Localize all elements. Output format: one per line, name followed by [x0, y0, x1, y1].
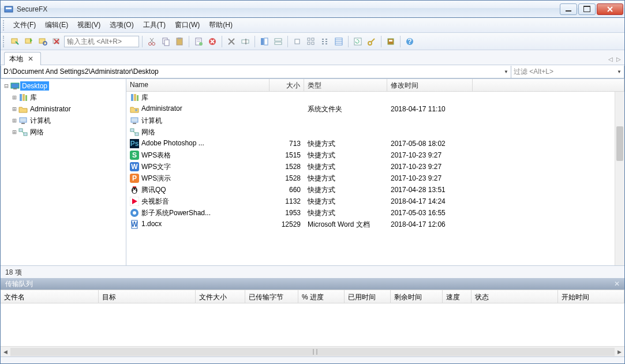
- queue-header: 文件名 目标 文件大小 已传输字节 % 进度 已用时间 剩余时间 速度 状态 开…: [1, 290, 624, 303]
- minimize-button[interactable]: [560, 3, 577, 15]
- close-button[interactable]: [597, 3, 623, 15]
- host-input[interactable]: [64, 36, 139, 47]
- folder-tree[interactable]: ⊟ Desktop ⊞ 库 ⊞ Administrator ⊞ 计算机 ⊞ 网络: [1, 79, 126, 265]
- qcol-target[interactable]: 目标: [99, 290, 196, 303]
- tree-label: 库: [28, 92, 39, 103]
- qcol-remaining[interactable]: 剩余时间: [391, 290, 443, 303]
- view-list-button[interactable]: [319, 35, 331, 48]
- expand-icon[interactable]: ⊞: [11, 128, 18, 136]
- file-row[interactable]: 计算机: [126, 115, 624, 126]
- file-row[interactable]: 腾讯QQ660快捷方式2017-04-28 13:51: [126, 184, 624, 196]
- maximize-button[interactable]: [578, 3, 596, 15]
- tree-node-network[interactable]: ⊞ 网络: [2, 126, 125, 138]
- paste-button[interactable]: [173, 35, 186, 48]
- file-row[interactable]: 央视影音1132快捷方式2018-04-17 14:24: [126, 196, 624, 207]
- qcol-transferred[interactable]: 已传输字节: [245, 290, 298, 303]
- reconnect-button[interactable]: [36, 35, 49, 48]
- dropdown-icon[interactable]: ▼: [504, 69, 508, 74]
- disconnect-button[interactable]: [50, 35, 63, 48]
- delete-button[interactable]: [206, 35, 219, 48]
- qcol-status[interactable]: 状态: [471, 290, 558, 303]
- file-type: 快捷方式: [304, 139, 387, 149]
- file-list[interactable]: 库Administrator系统文件夹2018-04-17 11:10计算机网络…: [126, 92, 624, 265]
- properties-button[interactable]: [192, 35, 205, 48]
- expand-icon[interactable]: ⊞: [11, 117, 18, 125]
- svg-rect-61: [20, 118, 27, 122]
- col-name[interactable]: Name: [126, 79, 270, 91]
- quick-connect-button[interactable]: [23, 35, 35, 48]
- qcol-filesize[interactable]: 文件大小: [196, 290, 245, 303]
- qcol-speed[interactable]: 速度: [443, 290, 471, 303]
- file-row[interactable]: PWPS演示1528快捷方式2017-10-23 9:27: [126, 172, 624, 184]
- tree-node-computer[interactable]: ⊞ 计算机: [2, 115, 125, 126]
- window-title: SecureFX: [17, 5, 559, 13]
- queue-body[interactable]: [1, 303, 624, 346]
- address-input[interactable]: D:\Document And Settings2\Administrator\…: [1, 66, 511, 78]
- col-modified[interactable]: 修改时间: [387, 79, 473, 91]
- file-name: WPS文字: [141, 163, 171, 171]
- options-button[interactable]: [384, 35, 397, 48]
- expand-icon[interactable]: ⊞: [11, 105, 18, 113]
- tree-label: Administrator: [28, 104, 73, 114]
- queue-close-button[interactable]: ✕: [614, 280, 620, 288]
- svg-rect-53: [389, 40, 392, 42]
- scroll-left-icon[interactable]: ◀: [1, 349, 10, 355]
- copy-button[interactable]: [159, 35, 172, 48]
- tab-close-button[interactable]: ✕: [27, 55, 35, 63]
- file-row[interactable]: WWPS文字1528快捷方式2017-10-23 9:27: [126, 161, 624, 172]
- refresh-button[interactable]: [351, 35, 364, 48]
- view-details-button[interactable]: [332, 35, 345, 48]
- col-size[interactable]: 大小: [270, 79, 304, 91]
- tree-node-desktop[interactable]: ⊟ Desktop: [2, 80, 125, 92]
- vertical-scrollbar[interactable]: [615, 92, 624, 265]
- menu-file[interactable]: 文件(F): [9, 18, 40, 32]
- qcol-start[interactable]: 开始时间: [558, 290, 624, 303]
- file-row[interactable]: W1.docx12529Microsoft Word 文档2018-04-17 …: [126, 219, 624, 230]
- desktop-icon: [10, 81, 20, 91]
- view-large-icons-button[interactable]: [291, 35, 304, 48]
- transfer-queue-button[interactable]: [272, 35, 285, 48]
- expand-icon[interactable]: ⊞: [11, 93, 18, 102]
- menu-options[interactable]: 选项(O): [105, 18, 138, 32]
- qcol-elapsed[interactable]: 已用时间: [345, 290, 391, 303]
- menu-view[interactable]: 视图(V): [73, 18, 105, 32]
- tree-toggle-button[interactable]: [258, 35, 271, 48]
- qcol-progress[interactable]: % 进度: [298, 290, 345, 303]
- qcol-filename[interactable]: 文件名: [1, 290, 99, 303]
- media-icon: [130, 197, 139, 206]
- tree-node-administrator[interactable]: ⊞ Administrator: [2, 103, 125, 115]
- connect-button[interactable]: [9, 35, 21, 48]
- svg-point-12: [152, 42, 155, 45]
- file-row[interactable]: 库: [126, 92, 624, 103]
- queue-hscrollbar[interactable]: ◀ ▶: [1, 346, 624, 357]
- file-row[interactable]: Administrator系统文件夹2018-04-17 11:10: [126, 103, 624, 115]
- key-icon[interactable]: [365, 35, 378, 48]
- delete-remote-button[interactable]: [225, 35, 238, 48]
- filter-input[interactable]: 过滤 <Alt+L> ▼: [511, 66, 624, 78]
- svg-rect-34: [295, 39, 300, 44]
- help-button[interactable]: ?: [403, 35, 416, 48]
- menu-window[interactable]: 窗口(W): [170, 18, 204, 32]
- tree-node-libraries[interactable]: ⊞ 库: [2, 92, 125, 103]
- tab-local[interactable]: 本地 ✕: [4, 52, 41, 65]
- file-row[interactable]: PsAdobe Photoshop ...713快捷方式2017-05-08 1…: [126, 138, 624, 149]
- dropdown-icon[interactable]: ▼: [617, 69, 622, 74]
- menubar: 文件(F) 编辑(E) 视图(V) 选项(O) 工具(T) 窗口(W) 帮助(H…: [1, 18, 624, 33]
- menu-help[interactable]: 帮助(H): [204, 18, 237, 32]
- col-type[interactable]: 类型: [304, 79, 387, 91]
- collapse-icon[interactable]: ⊟: [3, 82, 10, 90]
- rename-button[interactable]: [239, 35, 252, 48]
- file-row[interactable]: 影子系统PowerShad...1953快捷方式2017-05-03 16:55: [126, 207, 624, 219]
- svg-rect-30: [261, 38, 264, 45]
- tab-next-button[interactable]: ▷: [616, 56, 621, 62]
- menu-edit[interactable]: 编辑(E): [40, 18, 73, 32]
- menu-tools[interactable]: 工具(T): [139, 18, 170, 32]
- file-row[interactable]: 网络: [126, 126, 624, 138]
- tab-prev-button[interactable]: ◁: [608, 56, 613, 62]
- svg-rect-63: [19, 129, 23, 132]
- scroll-right-icon[interactable]: ▶: [615, 349, 624, 355]
- file-name: Adobe Photoshop ...: [141, 139, 204, 147]
- view-small-icons-button[interactable]: [305, 35, 317, 48]
- cut-button[interactable]: [145, 35, 158, 48]
- file-row[interactable]: SWPS表格1515快捷方式2017-10-23 9:27: [126, 149, 624, 161]
